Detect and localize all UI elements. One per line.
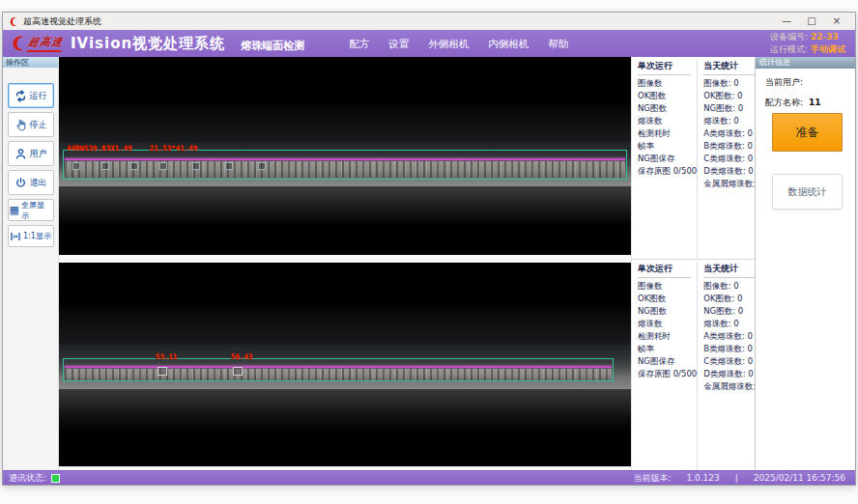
power-icon [14,177,27,189]
measurement-value: 56.43 [231,352,253,361]
stat-row: 熔珠数 [638,318,697,330]
version-info: 当前版本: 1.0.123 | 2025/02/11 16:57:56 [633,472,849,485]
single-run-column: 单次运行 图像数 OK图数 NG图数 熔珠数 检测耗时 帧率 NG图保存 保存原… [632,59,698,259]
fullscreen-button[interactable]: ▦ 全屏显示 [8,199,54,221]
stat-row: OK图数 [638,90,697,102]
one-to-one-icon [10,231,21,242]
app-header: 超高速 IVision视觉处理系统 熔珠端面检测 配方 设置 外侧相机 内侧相机… [3,30,855,57]
brand-badge: 超高速 [26,35,64,52]
camera-views: 44RWS39.83X1.49 21.53*41.49 53.11 [59,57,631,470]
stat-row: 帧率 [638,140,697,153]
stop-button[interactable]: 停止 [8,112,54,137]
bead-marker-box [225,162,233,170]
measurement-value: 44RWS39.83X1.49 [67,144,132,153]
menu-inner-camera[interactable]: 内侧相机 [488,38,529,51]
outer-camera-stats-panel: 单次运行 图像数 OK图数 NG图数 熔珠数 检测耗时 帧率 NG图保存 保存原… [632,57,755,260]
run-mode-label: 运行模式: [770,44,808,54]
user-button[interactable]: 用户 [8,141,54,166]
statistics-info-header: 统计信息 [756,57,855,69]
user-icon [14,148,27,160]
os-titlebar: 超高速视觉处理系统 — □ × [3,13,855,30]
bead-marker-box [72,162,80,170]
one-to-one-button[interactable]: 1:1显示 [8,225,54,247]
app-subtitle: 熔珠端面检测 [241,39,304,53]
fullscreen-button-label: 全屏显示 [21,200,52,221]
stat-row: 保存原图 0/500 [638,165,697,178]
run-mode-value: 手动调试 [811,44,845,54]
separator: | [735,473,738,483]
close-button[interactable]: × [824,13,849,30]
bead-edge-line [65,366,612,368]
exit-button-label: 退出 [30,177,47,189]
stat-row: 保存原图 0/500 [638,368,697,380]
statistics-info-panel: 统计信息 当前用户: 配方名称:11 准备 数据统计 [755,57,855,470]
measurement-value: 21.53*41.49 [150,144,198,153]
weld-bead-strip [65,369,612,380]
inner-camera-view[interactable]: 53.11 56.43 [59,263,631,466]
status-bar: 通讯状态: 当前版本: 1.0.123 | 2025/02/11 16:57:5… [3,470,855,485]
bead-marker-box [159,162,167,170]
stat-row: 图像数 [638,77,697,90]
inner-camera-stats-panel: 单次运行 图像数 OK图数 NG图数 熔珠数 检测耗时 帧率 NG图保存 保存原… [632,260,755,470]
menu-help[interactable]: 帮助 [548,38,568,51]
menu-bar: 配方 设置 外侧相机 内侧相机 帮助 [349,38,568,51]
menu-recipe[interactable]: 配方 [349,38,369,51]
window-title: 超高速视觉处理系统 [23,15,101,28]
image-gradient [59,389,631,432]
stat-row: 检测耗时 [638,127,697,140]
measurement-value: 53.11 [156,352,178,361]
version-value: 1.0.123 [686,473,719,483]
minimize-button[interactable]: — [774,13,799,30]
stat-row: NG图数 [638,305,697,318]
weld-bead-strip [65,161,625,178]
menu-settings[interactable]: 设置 [388,38,409,51]
camera-divider [59,255,631,263]
recipe-name-value: 11 [809,98,821,107]
maximize-button[interactable]: □ [799,13,824,30]
desktop: 超高速视觉处理系统 — □ × 超高速 IVision视觉处理系统 熔珠端面检测… [0,0,858,504]
outer-camera-view[interactable]: 44RWS39.83X1.49 21.53*41.49 [59,57,631,255]
defect-marker-box [233,367,243,376]
exit-button[interactable]: 退出 [8,170,54,195]
run-cycle-icon [14,90,27,102]
stat-row: 帧率 [638,343,697,355]
prepare-button[interactable]: 准备 [772,113,843,152]
main-area: 操作区 运行 停止 用户 退出 ▦ [3,57,855,470]
user-button-label: 用户 [30,148,47,160]
one-to-one-button-label: 1:1显示 [23,231,51,241]
recipe-name-label: 配方名称: [765,98,803,107]
menu-outer-camera[interactable]: 外侧相机 [428,38,469,51]
bead-marker-box [130,162,138,170]
daily-stats-header: 当天统计 [703,262,758,278]
device-number-label: 设备编号: [770,32,808,42]
roi-rectangle [63,150,627,180]
stat-row: 图像数 [638,280,697,293]
device-number-value: 22-33 [811,32,839,42]
single-run-column: 单次运行 图像数 OK图数 NG图数 熔珠数 检测耗时 帧率 NG图保存 保存原… [632,262,698,470]
stat-row: NG图数 [638,102,697,115]
image-gradient [59,105,631,142]
roi-rectangle [63,358,614,381]
comm-status-indicator [51,474,60,483]
current-user-label: 当前用户: [765,77,803,87]
stat-row: NG图保存 [638,153,697,165]
stat-row: OK图数 [638,293,697,305]
single-run-header: 单次运行 [638,262,691,278]
bead-edge-line [65,158,625,160]
defect-marker-box [157,367,167,376]
image-gradient [59,306,631,345]
daily-stats-column: 当天统计 图像数: 0 OK图数: 0 NG图数: 0 熔珠数: 0 A类熔珠数… [698,59,763,259]
brand-swoosh-icon [11,35,26,52]
daily-stats-header: 当天统计 [703,59,758,75]
app-window: 超高速视觉处理系统 — □ × 超高速 IVision视觉处理系统 熔珠端面检测… [2,12,856,486]
comm-status-label: 通讯状态: [9,472,46,485]
run-button[interactable]: 运行 [8,83,54,108]
app-logo-icon [9,16,18,27]
bead-marker-box [258,162,266,170]
device-info: 设备编号:22-33 运行模式:手动调试 [770,31,845,56]
brand-logo: 超高速 [11,35,63,52]
data-statistics-button[interactable]: 数据统计 [772,174,843,210]
version-label: 当前版本: [633,472,671,485]
statistics-column: 单次运行 图像数 OK图数 NG图数 熔珠数 检测耗时 帧率 NG图保存 保存原… [631,57,755,470]
app-title: IVision视觉处理系统 [71,35,225,53]
